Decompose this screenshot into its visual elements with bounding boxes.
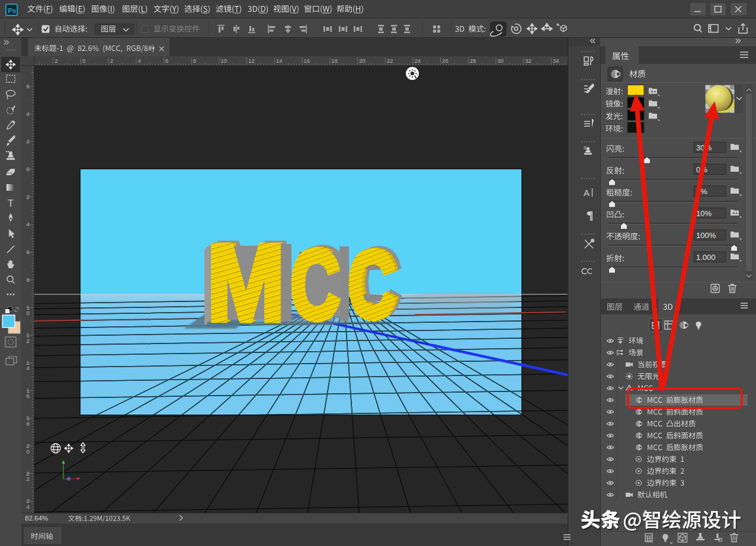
svg-text:28: 28 — [470, 57, 476, 64]
svg-text:2: 2 — [27, 338, 30, 344]
svg-text:6: 6 — [27, 83, 30, 89]
svg-text:10: 10 — [221, 57, 228, 64]
svg-text:C: C — [290, 230, 340, 340]
svg-text:0: 0 — [27, 166, 30, 172]
svg-text:6: 6 — [165, 57, 168, 64]
svg-text:34: 34 — [553, 57, 559, 64]
svg-text:2: 2 — [27, 138, 30, 144]
svg-text:30: 30 — [498, 57, 504, 64]
svg-text:4: 4 — [27, 111, 30, 117]
svg-text:0: 0 — [27, 448, 30, 455]
svg-text:14: 14 — [276, 57, 283, 64]
svg-text:M: M — [207, 223, 285, 343]
svg-text:4: 4 — [137, 57, 140, 64]
svg-text:100%: 100% — [696, 231, 716, 240]
svg-text:18: 18 — [331, 57, 338, 64]
svg-text:4: 4 — [27, 221, 30, 227]
svg-text:6: 6 — [27, 393, 30, 399]
svg-text:6: 6 — [27, 249, 30, 255]
svg-text:1.000: 1.000 — [696, 253, 716, 262]
svg-text:8: 8 — [27, 277, 30, 283]
svg-text:82.64%: 82.64% — [25, 515, 48, 522]
svg-text:2: 2 — [27, 194, 30, 200]
svg-text:8: 8 — [193, 57, 196, 64]
svg-text:4: 4 — [27, 365, 30, 371]
svg-text:16: 16 — [304, 57, 310, 64]
svg-text:24: 24 — [414, 57, 421, 64]
svg-text:22: 22 — [387, 57, 393, 64]
svg-text:2: 2 — [27, 476, 30, 482]
svg-text:*: * — [152, 45, 155, 54]
svg-text:2: 2 — [110, 57, 113, 64]
svg-text:Ps: Ps — [8, 7, 17, 14]
svg-text:4: 4 — [27, 503, 30, 510]
svg-text:0: 0 — [82, 57, 85, 64]
svg-text:26: 26 — [442, 57, 449, 64]
svg-text:10%: 10% — [696, 209, 712, 218]
svg-text:32: 32 — [525, 57, 531, 64]
svg-text:0: 0 — [27, 310, 30, 316]
svg-text:8: 8 — [27, 420, 30, 427]
svg-text:20: 20 — [359, 57, 366, 64]
svg-text:2: 2 — [55, 57, 57, 64]
svg-text:A: A — [584, 188, 590, 198]
svg-text:T: T — [8, 198, 14, 209]
svg-text:C: C — [348, 231, 396, 338]
svg-text:12: 12 — [248, 57, 255, 64]
